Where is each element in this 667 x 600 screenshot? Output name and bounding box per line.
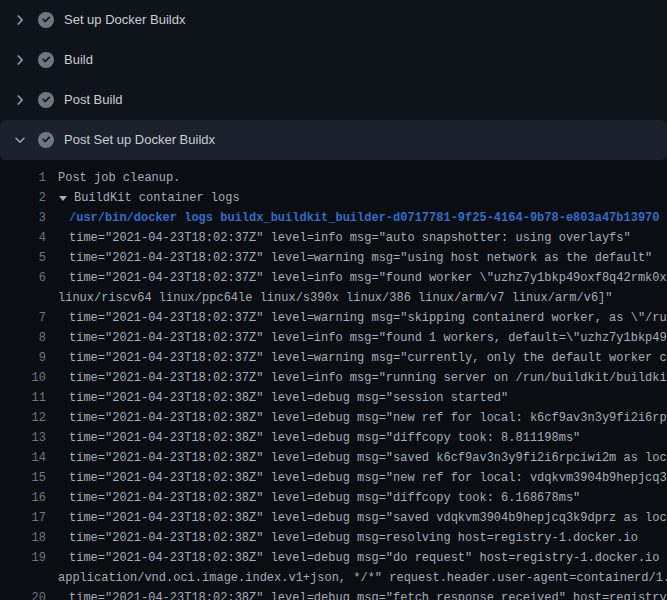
- log-line-text: Post job cleanup.: [58, 168, 180, 188]
- log-line-number[interactable]: 2: [0, 188, 46, 208]
- check-circle-icon: [38, 132, 54, 148]
- log-line: 9 time="2021-04-23T18:02:37Z" level=warn…: [0, 348, 667, 368]
- log-line-text: time="2021-04-23T18:02:38Z" level=debug …: [69, 428, 580, 448]
- log-line-number[interactable]: 5: [0, 248, 46, 268]
- log-line-text: time="2021-04-23T18:02:37Z" level=info m…: [69, 228, 631, 248]
- log-line-number[interactable]: 12: [0, 408, 46, 428]
- step-header-build[interactable]: Build: [0, 40, 667, 80]
- log-line-text: time="2021-04-23T18:02:38Z" level=debug …: [69, 448, 667, 468]
- log-line-text: time="2021-04-23T18:02:37Z" level=warnin…: [69, 348, 667, 368]
- step-header-post-set-up-docker-buildx[interactable]: Post Set up Docker Buildx: [0, 120, 667, 160]
- log-line-text: time="2021-04-23T18:02:37Z" level=warnin…: [69, 248, 652, 268]
- log-line: 8 time="2021-04-23T18:02:37Z" level=info…: [0, 328, 667, 348]
- log-line-number[interactable]: 17: [0, 508, 46, 528]
- log-line-text: /usr/bin/docker logs buildx_buildkit_bui…: [69, 208, 660, 228]
- log-line-number[interactable]: 4: [0, 228, 46, 248]
- log-line-number[interactable]: 13: [0, 428, 46, 448]
- log-line-number[interactable]: 11: [0, 388, 46, 408]
- log-line: 11 time="2021-04-23T18:02:38Z" level=deb…: [0, 388, 667, 408]
- log-line: 7 time="2021-04-23T18:02:37Z" level=warn…: [0, 308, 667, 328]
- log-line: 13 time="2021-04-23T18:02:38Z" level=deb…: [0, 428, 667, 448]
- chevron-right-icon: [12, 93, 28, 107]
- log-line: 12 time="2021-04-23T18:02:38Z" level=deb…: [0, 408, 667, 428]
- log-line-number[interactable]: 14: [0, 448, 46, 468]
- steps-list: Set up Docker Buildx Build P: [0, 0, 667, 160]
- triangle-down-icon: [59, 196, 67, 201]
- log-line: 16 time="2021-04-23T18:02:38Z" level=deb…: [0, 488, 667, 508]
- step-title: Set up Docker Buildx: [64, 12, 185, 28]
- chevron-right-icon: [12, 13, 28, 27]
- log-line-number: [0, 288, 46, 308]
- log-line-text: time="2021-04-23T18:02:37Z" level=info m…: [69, 268, 667, 288]
- log-line-text: time="2021-04-23T18:02:37Z" level=warnin…: [69, 308, 667, 328]
- log-line-text: application/vnd.oci.image.index.v1+json,…: [58, 568, 667, 588]
- log-line: 10 time="2021-04-23T18:02:37Z" level=inf…: [0, 368, 667, 388]
- log-line: 4 time="2021-04-23T18:02:37Z" level=info…: [0, 228, 667, 248]
- log-line-text: time="2021-04-23T18:02:38Z" level=debug …: [69, 488, 580, 508]
- log-line: 14 time="2021-04-23T18:02:38Z" level=deb…: [0, 448, 667, 468]
- log-line-text: time="2021-04-23T18:02:38Z" level=debug …: [69, 528, 638, 548]
- log-line-text: time="2021-04-23T18:02:38Z" level=debug …: [69, 508, 667, 528]
- log-line-text: time="2021-04-23T18:02:38Z" level=debug …: [69, 408, 667, 428]
- log-line-number[interactable]: 16: [0, 488, 46, 508]
- log-line-text: BuildKit container logs: [74, 188, 240, 208]
- log-line: 5 time="2021-04-23T18:02:37Z" level=warn…: [0, 248, 667, 268]
- log-line-number[interactable]: 6: [0, 268, 46, 288]
- log-line: 15 time="2021-04-23T18:02:38Z" level=deb…: [0, 468, 667, 488]
- log-line: 6 time="2021-04-23T18:02:37Z" level=info…: [0, 268, 667, 288]
- check-circle-icon: [38, 92, 54, 108]
- log-line: application/vnd.oci.image.index.v1+json,…: [0, 568, 667, 588]
- log-line: 3 /usr/bin/docker logs buildx_buildkit_b…: [0, 208, 667, 228]
- chevron-right-icon: [12, 53, 28, 67]
- log-line-number[interactable]: 9: [0, 348, 46, 368]
- log-line-text: time="2021-04-23T18:02:38Z" level=debug …: [69, 548, 667, 568]
- log-line-text: time="2021-04-23T18:02:37Z" level=info m…: [69, 368, 667, 388]
- log-line-number[interactable]: 1: [0, 168, 46, 188]
- log-line-number[interactable]: 20: [0, 588, 46, 600]
- log-line: 19 time="2021-04-23T18:02:38Z" level=deb…: [0, 548, 667, 568]
- log-line-text: time="2021-04-23T18:02:37Z" level=info m…: [69, 328, 667, 348]
- step-header-set-up-docker-buildx[interactable]: Set up Docker Buildx: [0, 0, 667, 40]
- log-line-number[interactable]: 10: [0, 368, 46, 388]
- step-title: Post Build: [64, 92, 123, 108]
- step-header-post-build[interactable]: Post Build: [0, 80, 667, 120]
- log-line: 18 time="2021-04-23T18:02:38Z" level=deb…: [0, 528, 667, 548]
- step-title: Build: [64, 52, 93, 68]
- log-line-text: time="2021-04-23T18:02:38Z" level=debug …: [69, 468, 667, 488]
- log-line-number[interactable]: 19: [0, 548, 46, 568]
- log-line: 20 time="2021-04-23T18:02:38Z" level=deb…: [0, 588, 667, 600]
- log-line-number[interactable]: 8: [0, 328, 46, 348]
- log-line: linux/riscv64 linux/ppc64le linux/s390x …: [0, 288, 667, 308]
- chevron-down-icon: [12, 133, 28, 147]
- log-line-number[interactable]: 15: [0, 468, 46, 488]
- log-line: 17 time="2021-04-23T18:02:38Z" level=deb…: [0, 508, 667, 528]
- log-line-text: linux/riscv64 linux/ppc64le linux/s390x …: [58, 288, 613, 308]
- check-circle-icon: [38, 52, 54, 68]
- log-line-number[interactable]: 18: [0, 528, 46, 548]
- log-line[interactable]: 2 BuildKit container logs: [0, 188, 667, 208]
- log-line-number[interactable]: 3: [0, 208, 46, 228]
- log-container: 1 Post job cleanup. 2 BuildKit container…: [0, 160, 667, 600]
- log-line-text: time="2021-04-23T18:02:38Z" level=debug …: [69, 388, 508, 408]
- step-title: Post Set up Docker Buildx: [64, 132, 215, 148]
- log-line: 1 Post job cleanup.: [0, 168, 667, 188]
- log-line-number[interactable]: 7: [0, 308, 46, 328]
- check-circle-icon: [38, 12, 54, 28]
- log-line-number: [0, 568, 46, 588]
- log-line-text: time="2021-04-23T18:02:38Z" level=debug …: [69, 588, 667, 600]
